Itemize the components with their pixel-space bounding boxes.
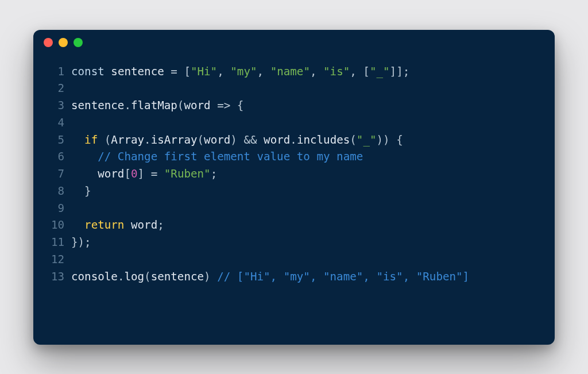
code-content: sentence.flatMap(word => { xyxy=(71,97,243,114)
code-line: 1const sentence = ["Hi", "my", "name", "… xyxy=(45,63,543,80)
code-content: }); xyxy=(71,234,91,251)
code-line: 4 xyxy=(45,114,543,132)
zoom-icon[interactable] xyxy=(74,38,83,47)
code-line: 6 // Change first element value to my na… xyxy=(45,148,543,165)
titlebar xyxy=(33,30,555,55)
code-line: 2 xyxy=(45,80,543,97)
line-number: 4 xyxy=(45,114,64,132)
code-line: 12 xyxy=(45,251,543,268)
line-number: 11 xyxy=(45,234,64,251)
code-content: const sentence = ["Hi", "my", "name", "i… xyxy=(71,63,409,80)
line-number: 8 xyxy=(45,183,64,200)
minimize-icon[interactable] xyxy=(59,38,68,47)
line-number: 5 xyxy=(45,132,64,149)
line-number: 12 xyxy=(45,251,64,268)
code-line: 3sentence.flatMap(word => { xyxy=(45,97,543,114)
line-number: 3 xyxy=(45,97,64,114)
line-number: 1 xyxy=(45,63,64,80)
code-content: word[0] = "Ruben"; xyxy=(71,165,217,183)
line-number: 13 xyxy=(45,268,64,286)
code-content: console.log(sentence) // ["Hi", "my", "n… xyxy=(71,268,469,286)
code-line: 10 return word; xyxy=(45,217,543,234)
code-content: return word; xyxy=(71,217,164,234)
code-content: if (Array.isArray(word) && word.includes… xyxy=(71,132,403,149)
code-content: // Change first element value to my name xyxy=(71,148,363,165)
code-line: 5 if (Array.isArray(word) && word.includ… xyxy=(45,132,543,149)
line-number: 6 xyxy=(45,148,64,165)
line-number: 2 xyxy=(45,80,64,97)
close-icon[interactable] xyxy=(44,38,53,47)
line-number: 7 xyxy=(45,165,64,183)
code-line: 9 xyxy=(45,200,543,217)
code-line: 7 word[0] = "Ruben"; xyxy=(45,165,543,183)
code-line: 13console.log(sentence) // ["Hi", "my", … xyxy=(45,268,543,286)
line-number: 9 xyxy=(45,200,64,217)
line-number: 10 xyxy=(45,217,64,234)
code-line: 11}); xyxy=(45,234,543,251)
code-line: 8 } xyxy=(45,183,543,200)
code-content: } xyxy=(71,183,91,200)
code-window: 1const sentence = ["Hi", "my", "name", "… xyxy=(33,30,555,345)
code-area: 1const sentence = ["Hi", "my", "name", "… xyxy=(33,55,555,345)
